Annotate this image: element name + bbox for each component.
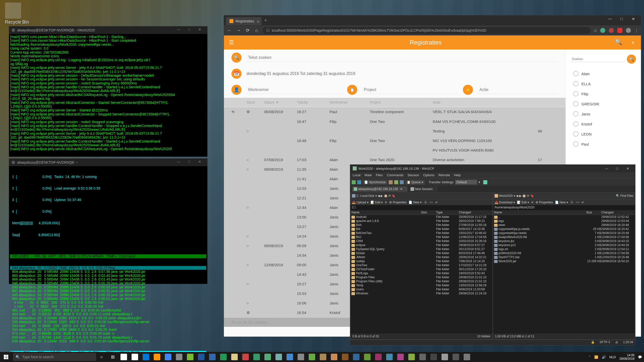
side-search-button[interactable]: 🔍 — [627, 55, 636, 64]
column-header[interactable]: Size — [421, 211, 436, 214]
file-row[interactable]: UsersFile folder9/08/2019 11:03:59 — [350, 287, 493, 291]
file-row[interactable]: Program Files (x86)File folder29/08/2019… — [350, 279, 493, 283]
column-header[interactable] — [231, 100, 247, 104]
taskbar-app-icon[interactable] — [439, 352, 450, 362]
delete-button[interactable]: ✕ — [531, 201, 534, 204]
minimize-button[interactable]: — — [174, 27, 184, 33]
column-header[interactable]: Project — [370, 100, 433, 104]
taskbar-button[interactable]: ○ — [96, 352, 107, 362]
column-header[interactable]: Datum ▼ — [264, 100, 297, 104]
notification-button[interactable]: 💬 — [638, 355, 642, 359]
maximize-button[interactable]: □ — [612, 167, 622, 170]
remote-folder[interactable]: Work2020 — [499, 194, 513, 198]
back-button[interactable]: ← — [226, 28, 232, 33]
column-header[interactable]: Soort — [247, 100, 264, 104]
taskbar-app-icon[interactable] — [229, 352, 240, 362]
tray-language[interactable]: NLD — [609, 355, 616, 359]
taskbar-app-icon[interactable] — [151, 352, 163, 362]
sidebar-item[interactable]: Alain — [571, 69, 636, 79]
local-file-list[interactable]: AndroidFile folder25/09/2018 11:17:15apa… — [350, 215, 493, 334]
table-row[interactable]: PV HOUTVIJS VOOR HAKEN 8X80 — [224, 146, 566, 155]
remote-file-list[interactable]: ..29/08/2019 12:52:42logs29/08/2019 12:5… — [493, 215, 635, 334]
plus-icon[interactable]: ➕ — [570, 201, 574, 204]
column-header[interactable]: Changed — [601, 211, 634, 214]
file-row[interactable]: StartHTTP2.bat1 KB12/04/2019 10:15:48 — [493, 255, 635, 259]
taskbar-app-icon[interactable] — [284, 352, 295, 362]
file-row[interactable]: FlySpeed SQL QueryFile folder20/12/2016 … — [350, 247, 493, 251]
close-button[interactable]: ✕ — [623, 167, 633, 170]
new-tab-button[interactable]: + — [264, 18, 267, 23]
tray-network-icon[interactable]: 📶 — [594, 355, 598, 359]
remote-path[interactable]: /home/alwaysbusy/Work2020/ — [493, 205, 635, 210]
reload-button[interactable]: ⟳ — [245, 28, 251, 33]
local-path[interactable]: C:\ — [350, 205, 493, 210]
file-row[interactable]: copymewithjar.js.needs25 KB29/08/2019 16… — [493, 227, 635, 231]
taskbar-app-icon[interactable] — [450, 352, 461, 362]
column-header[interactable]: Werknemer — [330, 100, 370, 104]
minimize-button[interactable]: — — [601, 167, 612, 170]
maximize-button[interactable]: □ — [616, 17, 627, 24]
file-row[interactable]: eclipseFile folder29/08/2019 8:57:27 — [350, 243, 493, 247]
menu-item[interactable]: Remote — [438, 173, 450, 177]
table-row[interactable]: ⟲⚙06/08/201916:27PaulTimeline componentV… — [224, 107, 566, 117]
bookmark-icon[interactable]: ☆ — [594, 28, 597, 33]
column-header[interactable]: Type — [436, 211, 459, 214]
file-row[interactable]: dualprdWork2020.INI1 KB12/08/2019 17:04:… — [493, 235, 635, 239]
taskbar-app-icon[interactable] — [251, 352, 262, 362]
employee-filter-icon[interactable]: 👤 — [231, 85, 242, 95]
file-row[interactable]: Work2020.jar13 259 KB28/08/2019 16:54:10 — [493, 259, 635, 263]
upload-button[interactable]: 📤 Upload ▾ — [352, 201, 369, 204]
file-row[interactable]: AndroidFile folder25/09/2018 11:17:15 — [350, 215, 493, 219]
file-row[interactable]: nodejsFile folder7/06/2016 12:14:18 — [350, 259, 493, 263]
toolbar-icon[interactable] — [483, 180, 487, 184]
extension-icon[interactable] — [617, 28, 622, 33]
file-row[interactable]: B4iOneTwoFile folder15/02/2017 10:46:42 — [350, 231, 493, 235]
project-input[interactable] — [362, 86, 458, 94]
date-range[interactable]: donderdag 01 augustus 2019 Tot zaterdag … — [247, 71, 355, 76]
tray-volume-icon[interactable]: 🔊 — [602, 355, 606, 359]
winscp-title-bar[interactable]: Work2020 - alwaysbusy@192.168.19.138 - W… — [350, 165, 635, 172]
toolbar-icon[interactable] — [352, 180, 356, 184]
file-row[interactable]: logs29/08/2019 12:53:44 — [493, 219, 635, 223]
search-filter-icon[interactable]: 🔍 — [231, 53, 242, 63]
column-header[interactable]: Actie — [433, 100, 538, 104]
column-header[interactable]: Tijdstip — [297, 100, 330, 104]
column-header[interactable]: Changed — [459, 211, 492, 214]
synchronize-button[interactable]: 📑 Synchronize — [363, 180, 387, 185]
file-row[interactable]: prdWork2020.INI1 KB12/08/2019 17:04:58 — [493, 251, 635, 255]
sidebar-item[interactable]: Kristof — [571, 119, 636, 129]
taskbar-app-icon[interactable] — [317, 352, 329, 362]
close-button[interactable]: ✕ — [195, 160, 205, 165]
taskbar-app-icon[interactable] — [118, 352, 129, 362]
minimize-button[interactable]: — — [174, 160, 184, 165]
toolbar-icon[interactable] — [357, 180, 361, 184]
side-search-input[interactable] — [571, 56, 624, 62]
search-icon[interactable]: 🔍 — [615, 38, 622, 47]
download-button[interactable]: 📥 Download ▾ — [495, 201, 515, 204]
hamburger-menu[interactable]: ☰ — [229, 39, 236, 46]
check-icon[interactable]: ✔ — [435, 201, 438, 204]
file-row[interactable]: CRMFile folder10/02/2016 15:39:16 — [350, 239, 493, 243]
taskbar-app-icon[interactable] — [351, 352, 362, 362]
column-header[interactable]: Name — [351, 211, 421, 214]
taskbar-button[interactable]: ⊞ — [107, 352, 118, 362]
table-row[interactable]: 16:48FilipOne TwoNIC V10 VERLOOPRING 110… — [224, 136, 566, 146]
taskbar-app-icon[interactable] — [340, 352, 351, 362]
new-button[interactable]: 📄 New ▾ — [555, 201, 568, 204]
taskbar-app-icon[interactable] — [395, 352, 406, 362]
taskbar-app-icon[interactable] — [185, 352, 196, 362]
taskbar-app-icon[interactable] — [129, 352, 140, 362]
toolbar-icon[interactable] — [394, 180, 398, 184]
sidebar-item[interactable]: ELLA — [571, 79, 636, 89]
taskbar-app-icon[interactable] — [384, 352, 395, 362]
file-row[interactable]: copymewithjar.needs7 KB29/08/2019 16:20:… — [493, 231, 635, 235]
file-row[interactable]: B4AFile folder27/09/2018 11:55:16 — [350, 223, 493, 227]
column-header[interactable] — [538, 100, 558, 104]
column-header[interactable]: Size — [586, 211, 601, 214]
sidebar-item[interactable]: GREGOIR — [571, 99, 636, 109]
taskbar-app-icon[interactable] — [362, 352, 373, 362]
menu-icon[interactable]: ⋮ — [634, 28, 638, 33]
file-row[interactable]: OneTwoFile folder17/10/2017 14:21:29 — [350, 263, 493, 267]
text-search-input[interactable] — [247, 54, 558, 62]
file-row[interactable]: JMeterFile folder25/05/2018 14:32:21 — [350, 255, 493, 259]
